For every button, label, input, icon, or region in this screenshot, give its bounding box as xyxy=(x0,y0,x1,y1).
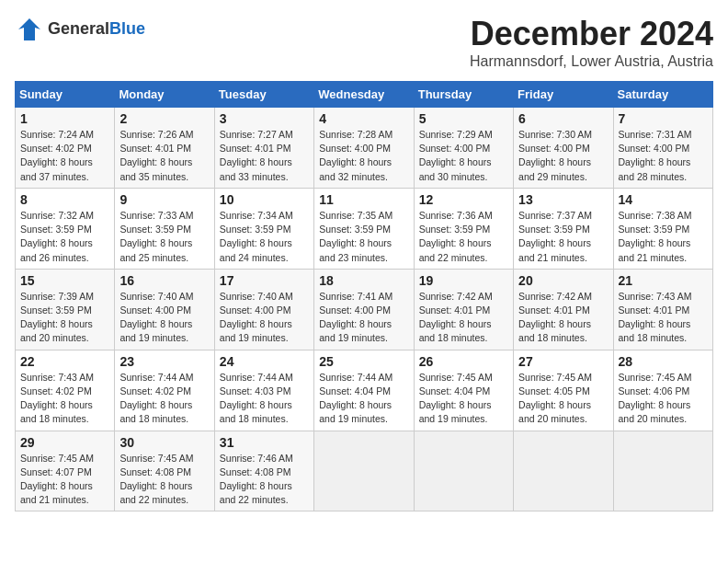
day-number: 15 xyxy=(20,273,109,288)
calendar-cell: 1Sunrise: 7:24 AM Sunset: 4:02 PM Daylig… xyxy=(16,108,115,189)
calendar-cell: 2Sunrise: 7:26 AM Sunset: 4:01 PM Daylig… xyxy=(115,108,214,189)
day-number: 26 xyxy=(419,354,508,369)
cell-details: Sunrise: 7:44 AM Sunset: 4:04 PM Dayligh… xyxy=(319,371,408,427)
column-header-wednesday: Wednesday xyxy=(314,82,414,108)
calendar-table: SundayMondayTuesdayWednesdayThursdayFrid… xyxy=(15,81,713,511)
cell-details: Sunrise: 7:28 AM Sunset: 4:00 PM Dayligh… xyxy=(319,128,408,184)
calendar-cell: 30Sunrise: 7:45 AM Sunset: 4:08 PM Dayli… xyxy=(115,431,214,511)
cell-details: Sunrise: 7:36 AM Sunset: 3:59 PM Dayligh… xyxy=(419,209,508,265)
calendar-cell: 25Sunrise: 7:44 AM Sunset: 4:04 PM Dayli… xyxy=(314,350,414,431)
calendar-cell: 11Sunrise: 7:35 AM Sunset: 3:59 PM Dayli… xyxy=(314,188,414,269)
cell-details: Sunrise: 7:44 AM Sunset: 4:02 PM Dayligh… xyxy=(119,371,209,427)
calendar-cell: 23Sunrise: 7:44 AM Sunset: 4:02 PM Dayli… xyxy=(115,350,214,431)
day-number: 31 xyxy=(220,435,309,450)
week-row-1: 1Sunrise: 7:24 AM Sunset: 4:02 PM Daylig… xyxy=(16,108,713,189)
cell-details: Sunrise: 7:40 AM Sunset: 4:00 PM Dayligh… xyxy=(119,290,209,346)
cell-details: Sunrise: 7:39 AM Sunset: 3:59 PM Dayligh… xyxy=(20,290,109,346)
cell-details: Sunrise: 7:45 AM Sunset: 4:06 PM Dayligh… xyxy=(619,371,708,427)
column-header-tuesday: Tuesday xyxy=(214,82,313,108)
day-number: 21 xyxy=(619,273,708,288)
calendar-cell: 27Sunrise: 7:45 AM Sunset: 4:05 PM Dayli… xyxy=(514,350,613,431)
day-number: 13 xyxy=(518,192,608,207)
cell-details: Sunrise: 7:45 AM Sunset: 4:08 PM Dayligh… xyxy=(119,452,209,508)
cell-details: Sunrise: 7:40 AM Sunset: 4:00 PM Dayligh… xyxy=(220,290,309,346)
header: GeneralBlue December 2024 Harmannsdorf, … xyxy=(15,15,713,70)
cell-details: Sunrise: 7:46 AM Sunset: 4:08 PM Dayligh… xyxy=(220,452,309,508)
cell-details: Sunrise: 7:45 AM Sunset: 4:05 PM Dayligh… xyxy=(518,371,608,427)
day-number: 8 xyxy=(20,192,109,207)
day-number: 30 xyxy=(119,435,209,450)
column-header-sunday: Sunday xyxy=(16,82,115,108)
location-title: Harmannsdorf, Lower Austria, Austria xyxy=(470,53,713,70)
day-number: 24 xyxy=(220,354,309,369)
day-number: 28 xyxy=(619,354,708,369)
calendar-cell: 14Sunrise: 7:38 AM Sunset: 3:59 PM Dayli… xyxy=(613,188,712,269)
cell-details: Sunrise: 7:41 AM Sunset: 4:00 PM Dayligh… xyxy=(319,290,408,346)
logo-general: General xyxy=(48,19,109,38)
calendar-cell: 31Sunrise: 7:46 AM Sunset: 4:08 PM Dayli… xyxy=(214,431,313,511)
day-number: 6 xyxy=(518,111,608,126)
logo-icon xyxy=(15,15,44,44)
month-title: December 2024 xyxy=(470,15,713,53)
calendar-cell: 16Sunrise: 7:40 AM Sunset: 4:00 PM Dayli… xyxy=(115,269,214,350)
day-number: 9 xyxy=(119,192,209,207)
calendar-cell: 8Sunrise: 7:32 AM Sunset: 3:59 PM Daylig… xyxy=(16,188,115,269)
calendar-cell: 19Sunrise: 7:42 AM Sunset: 4:01 PM Dayli… xyxy=(414,269,513,350)
day-number: 10 xyxy=(220,192,309,207)
day-number: 2 xyxy=(119,111,209,126)
calendar-cell: 6Sunrise: 7:30 AM Sunset: 4:00 PM Daylig… xyxy=(514,108,613,189)
day-number: 17 xyxy=(220,273,309,288)
cell-details: Sunrise: 7:43 AM Sunset: 4:01 PM Dayligh… xyxy=(619,290,708,346)
cell-details: Sunrise: 7:35 AM Sunset: 3:59 PM Dayligh… xyxy=(319,209,408,265)
day-number: 3 xyxy=(220,111,309,126)
cell-details: Sunrise: 7:44 AM Sunset: 4:03 PM Dayligh… xyxy=(220,371,309,427)
column-header-friday: Friday xyxy=(514,82,613,108)
calendar-cell: 21Sunrise: 7:43 AM Sunset: 4:01 PM Dayli… xyxy=(613,269,712,350)
calendar-cell: 5Sunrise: 7:29 AM Sunset: 4:00 PM Daylig… xyxy=(414,108,513,189)
cell-details: Sunrise: 7:31 AM Sunset: 4:00 PM Dayligh… xyxy=(619,128,708,184)
cell-details: Sunrise: 7:42 AM Sunset: 4:01 PM Dayligh… xyxy=(518,290,608,346)
calendar-cell: 7Sunrise: 7:31 AM Sunset: 4:00 PM Daylig… xyxy=(613,108,712,189)
calendar-cell xyxy=(314,431,414,511)
day-number: 19 xyxy=(419,273,508,288)
calendar-header-row: SundayMondayTuesdayWednesdayThursdayFrid… xyxy=(16,82,713,108)
calendar-cell: 28Sunrise: 7:45 AM Sunset: 4:06 PM Dayli… xyxy=(613,350,712,431)
calendar-cell: 10Sunrise: 7:34 AM Sunset: 3:59 PM Dayli… xyxy=(214,188,313,269)
logo: GeneralBlue xyxy=(15,15,145,44)
calendar-cell: 26Sunrise: 7:45 AM Sunset: 4:04 PM Dayli… xyxy=(414,350,513,431)
cell-details: Sunrise: 7:45 AM Sunset: 4:04 PM Dayligh… xyxy=(419,371,508,427)
calendar-cell xyxy=(514,431,613,511)
calendar-body: 1Sunrise: 7:24 AM Sunset: 4:02 PM Daylig… xyxy=(16,108,713,511)
calendar-cell: 24Sunrise: 7:44 AM Sunset: 4:03 PM Dayli… xyxy=(214,350,313,431)
day-number: 25 xyxy=(319,354,408,369)
svg-marker-0 xyxy=(18,18,40,40)
column-header-thursday: Thursday xyxy=(414,82,513,108)
day-number: 14 xyxy=(619,192,708,207)
cell-details: Sunrise: 7:27 AM Sunset: 4:01 PM Dayligh… xyxy=(220,128,309,184)
day-number: 27 xyxy=(518,354,608,369)
calendar-cell: 17Sunrise: 7:40 AM Sunset: 4:00 PM Dayli… xyxy=(214,269,313,350)
day-number: 7 xyxy=(619,111,708,126)
day-number: 16 xyxy=(119,273,209,288)
day-number: 18 xyxy=(319,273,408,288)
cell-details: Sunrise: 7:32 AM Sunset: 3:59 PM Dayligh… xyxy=(20,209,109,265)
calendar-cell: 20Sunrise: 7:42 AM Sunset: 4:01 PM Dayli… xyxy=(514,269,613,350)
cell-details: Sunrise: 7:30 AM Sunset: 4:00 PM Dayligh… xyxy=(518,128,608,184)
week-row-3: 15Sunrise: 7:39 AM Sunset: 3:59 PM Dayli… xyxy=(16,269,713,350)
day-number: 29 xyxy=(20,435,109,450)
logo-blue: Blue xyxy=(109,19,145,38)
day-number: 22 xyxy=(20,354,109,369)
day-number: 23 xyxy=(119,354,209,369)
cell-details: Sunrise: 7:42 AM Sunset: 4:01 PM Dayligh… xyxy=(419,290,508,346)
day-number: 20 xyxy=(518,273,608,288)
title-area: December 2024 Harmannsdorf, Lower Austri… xyxy=(470,15,713,70)
calendar-cell: 3Sunrise: 7:27 AM Sunset: 4:01 PM Daylig… xyxy=(214,108,313,189)
cell-details: Sunrise: 7:29 AM Sunset: 4:00 PM Dayligh… xyxy=(419,128,508,184)
calendar-cell: 15Sunrise: 7:39 AM Sunset: 3:59 PM Dayli… xyxy=(16,269,115,350)
week-row-2: 8Sunrise: 7:32 AM Sunset: 3:59 PM Daylig… xyxy=(16,188,713,269)
column-header-saturday: Saturday xyxy=(613,82,712,108)
calendar-cell: 29Sunrise: 7:45 AM Sunset: 4:07 PM Dayli… xyxy=(16,431,115,511)
calendar-cell xyxy=(613,431,712,511)
cell-details: Sunrise: 7:33 AM Sunset: 3:59 PM Dayligh… xyxy=(119,209,209,265)
day-number: 11 xyxy=(319,192,408,207)
